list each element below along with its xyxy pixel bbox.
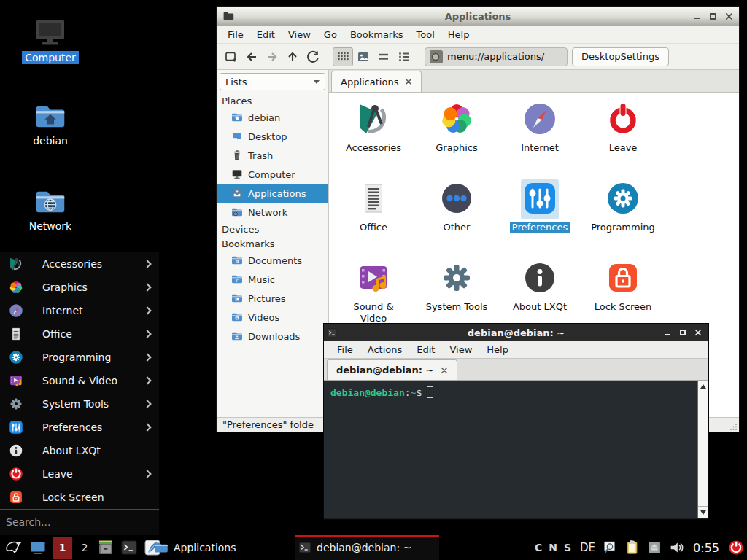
tab-close-icon[interactable] (441, 367, 448, 374)
task-applications[interactable]: Applications (150, 535, 295, 560)
category-office[interactable]: Office (332, 179, 415, 259)
terminal-output[interactable]: debian@debian:~$ (324, 381, 708, 518)
sidebar-item-downloads[interactable]: Downloads (217, 327, 328, 346)
category-graphics[interactable]: Graphics (415, 100, 498, 179)
maximize-button[interactable] (678, 328, 687, 337)
quicklaunch-file-manager[interactable] (97, 539, 115, 556)
icon-view-button[interactable] (333, 47, 353, 66)
file-manager-titlebar[interactable]: Applications (217, 7, 739, 26)
menu-item-about-lxqt[interactable]: About LXQt (0, 439, 159, 462)
screenshot-tray-icon[interactable] (602, 540, 618, 556)
sidebar-item-music[interactable]: Music (217, 270, 328, 289)
quicklaunch-terminal[interactable] (120, 539, 138, 556)
minimize-button[interactable] (692, 12, 701, 20)
menu-help[interactable]: Help (479, 343, 516, 357)
category-accessories[interactable]: Accessories (332, 100, 415, 179)
programming-icon (9, 350, 23, 365)
menu-item-graphics[interactable]: Graphics (0, 276, 159, 299)
menu-tool[interactable]: Tool (410, 28, 441, 42)
terminal-tab[interactable]: debian@debian: ~ (327, 359, 457, 380)
other-icon (439, 181, 474, 216)
sidebar-item-debian[interactable]: debian (217, 108, 328, 127)
menu-view[interactable]: View (442, 343, 479, 357)
menu-go[interactable]: Go (317, 28, 344, 42)
menu-item-internet[interactable]: Internet (0, 299, 159, 322)
desktop-icon-debian[interactable]: debian (17, 101, 84, 147)
sidebar-item-desktop[interactable]: Desktop (217, 127, 328, 146)
address-bar[interactable]: menu://applications/ (425, 47, 568, 66)
close-button[interactable] (724, 12, 733, 20)
sidebar-item-pictures[interactable]: Pictures (217, 289, 328, 308)
workspace-2-button[interactable]: 2 (78, 537, 91, 559)
graphics-icon (439, 101, 474, 136)
search-input[interactable] (0, 516, 159, 528)
show-desktop-button[interactable] (29, 539, 47, 556)
category-internet[interactable]: Internet (498, 100, 581, 179)
workspace-1-button[interactable]: 1 (53, 537, 72, 559)
scrollbar[interactable] (697, 381, 708, 518)
sound-video-icon (9, 373, 23, 388)
detailed-view-icon (398, 50, 411, 63)
menu-item-preferences[interactable]: Preferences (0, 416, 159, 439)
menu-item-programming[interactable]: Programming (0, 346, 159, 369)
tab-applications[interactable]: Applications (331, 71, 422, 92)
category-preferences[interactable]: Preferences (498, 179, 581, 259)
menu-item-system-tools[interactable]: System Tools (0, 392, 159, 416)
back-button[interactable] (241, 47, 262, 66)
chevron-right-icon (143, 423, 151, 431)
menu-item-lock-screen[interactable]: Lock Screen (0, 486, 159, 509)
category-leave[interactable]: Leave (581, 100, 665, 179)
menu-file[interactable]: File (221, 28, 250, 42)
menu-actions[interactable]: Actions (360, 343, 410, 357)
menu-item-sound-video[interactable]: Sound & Video (0, 369, 159, 392)
menu-help[interactable]: Help (441, 28, 476, 42)
thumbnail-view-button[interactable] (353, 47, 374, 66)
removable-media-tray-icon[interactable] (647, 540, 662, 555)
terminal-icon (298, 541, 311, 554)
scroll-down-button[interactable] (698, 506, 708, 518)
tab-close-icon[interactable] (405, 78, 412, 85)
terminal-titlebar[interactable]: debian@debian: ~ (324, 324, 708, 341)
keyboard-layout-indicator[interactable]: DE (580, 541, 595, 554)
compact-view-button[interactable] (374, 47, 394, 66)
sidebar-item-computer[interactable]: Computer (217, 165, 328, 184)
menu-view[interactable]: View (282, 28, 317, 42)
category-programming[interactable]: Programming (581, 179, 665, 259)
prompt-symbol: $ (416, 387, 422, 398)
sidebar-mode-selector[interactable]: Lists (220, 73, 325, 90)
scroll-up-button[interactable] (698, 381, 708, 392)
sidebar-item-applications[interactable]: Applications (217, 184, 328, 203)
menu-edit[interactable]: Edit (409, 343, 442, 357)
start-menu-button[interactable] (3, 537, 23, 558)
new-tab-button[interactable] (221, 47, 241, 66)
category-other[interactable]: Other (415, 179, 498, 259)
menu-file[interactable]: File (330, 343, 360, 357)
desktop-icon-network[interactable]: Network (17, 186, 84, 233)
reload-button[interactable] (303, 47, 323, 66)
menu-item-accessories[interactable]: Accessories (0, 252, 159, 276)
desktop-settings-button[interactable]: DesktopSettings (572, 47, 669, 66)
sidebar-item-videos[interactable]: Videos (217, 308, 328, 327)
up-icon (286, 50, 299, 63)
desktop-icon-computer[interactable]: Computer (17, 15, 84, 64)
task-terminal[interactable]: debian@debian: ~ (295, 535, 439, 560)
clipboard-tray-icon[interactable] (624, 540, 640, 556)
menu-item-office[interactable]: Office (0, 322, 159, 346)
close-button[interactable] (694, 328, 703, 337)
resize-grip[interactable] (730, 423, 738, 430)
sidebar-item-trash[interactable]: Trash (217, 146, 328, 165)
forward-button[interactable] (262, 47, 282, 66)
menu-edit[interactable]: Edit (250, 28, 282, 42)
volume-tray-icon[interactable] (668, 540, 684, 556)
close-icon (694, 329, 702, 336)
maximize-button[interactable] (708, 12, 717, 20)
menu-item-leave[interactable]: Leave (0, 462, 159, 486)
minimize-button[interactable] (663, 328, 672, 337)
clock[interactable]: 0:55 (693, 541, 719, 555)
sidebar-item-network[interactable]: Network (217, 203, 328, 222)
up-button[interactable] (282, 47, 303, 66)
detailed-view-button[interactable] (394, 47, 414, 66)
sidebar-item-documents[interactable]: Documents (217, 251, 328, 270)
power-button[interactable] (728, 540, 744, 556)
menu-bookmarks[interactable]: Bookmarks (344, 28, 410, 42)
